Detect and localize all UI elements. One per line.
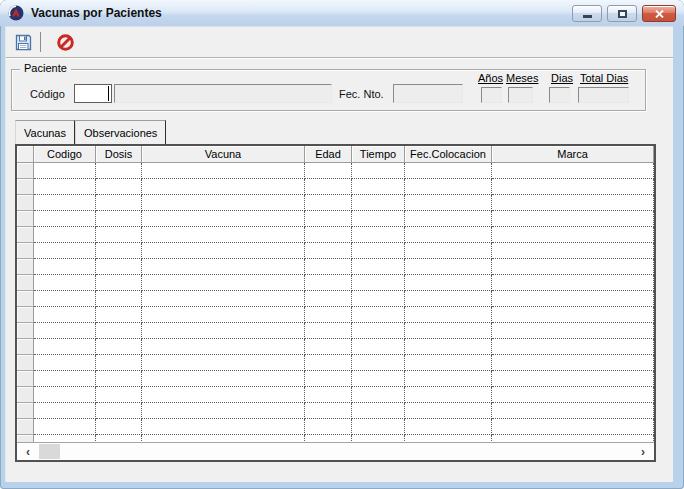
grid-cell[interactable] [142,291,305,307]
grid-cell[interactable] [142,387,305,403]
grid-cell[interactable] [305,419,352,435]
grid-cell[interactable] [142,259,305,275]
grid-cell[interactable] [96,371,142,387]
grid-cell[interactable] [352,323,405,339]
grid-cell[interactable] [142,371,305,387]
grid-cell[interactable] [305,227,352,243]
grid-cell[interactable] [305,323,352,339]
grid-cell[interactable] [352,275,405,291]
grid-cell[interactable] [34,291,96,307]
grid-cell[interactable] [405,403,492,419]
grid-cell[interactable] [352,355,405,371]
grid-cell[interactable] [352,179,405,195]
grid-cell[interactable] [492,323,654,339]
grid-cell[interactable] [96,243,142,259]
row-selector-cell[interactable] [17,307,34,323]
grid-cell[interactable] [142,355,305,371]
grid-cell[interactable] [492,307,654,323]
grid-cell[interactable] [352,211,405,227]
grid-cell[interactable] [352,243,405,259]
grid-cell[interactable] [34,371,96,387]
grid-cell[interactable] [305,291,352,307]
row-selector-cell[interactable] [17,163,34,179]
scrollbar-thumb[interactable] [39,444,60,459]
grid-cell[interactable] [492,419,654,435]
grid-cell[interactable] [405,227,492,243]
grid-cell[interactable] [34,323,96,339]
grid-cell[interactable] [34,227,96,243]
grid-cell[interactable] [405,419,492,435]
minimize-button[interactable] [572,5,602,22]
grid-cell[interactable] [96,403,142,419]
row-selector-cell[interactable] [17,371,34,387]
row-selector-cell[interactable] [17,259,34,275]
grid-cell[interactable] [352,163,405,179]
grid-cell[interactable] [305,307,352,323]
grid-cell[interactable] [96,419,142,435]
grid-cell[interactable] [305,403,352,419]
row-selector-header[interactable] [17,146,34,163]
grid-cell[interactable] [352,371,405,387]
grid-cell[interactable] [352,339,405,355]
grid-cell[interactable] [352,195,405,211]
tab-vacunas[interactable]: Vacunas [15,120,75,144]
grid-cell[interactable] [492,387,654,403]
grid-cell[interactable] [492,339,654,355]
grid-cell[interactable] [352,419,405,435]
grid-cell[interactable] [96,307,142,323]
grid-cell[interactable] [405,163,492,179]
grid-cell[interactable] [405,307,492,323]
grid-cell[interactable] [142,179,305,195]
title-bar[interactable]: Vacunas por Pacientes [0,0,684,26]
grid-cell[interactable] [492,163,654,179]
grid-cell[interactable] [34,243,96,259]
grid-cell[interactable] [142,211,305,227]
grid-cell[interactable] [305,275,352,291]
maximize-button[interactable] [607,5,637,22]
column-header-fec-colocacion[interactable]: Fec.Colocacion [405,146,492,163]
grid-cell[interactable] [305,163,352,179]
grid-cell[interactable] [405,371,492,387]
grid-cell[interactable] [142,243,305,259]
grid-cell[interactable] [405,275,492,291]
grid-cell[interactable] [305,371,352,387]
grid-cell[interactable] [492,355,654,371]
grid-cell[interactable] [305,211,352,227]
grid-cell[interactable] [352,291,405,307]
grid-cell[interactable] [405,435,492,442]
grid-cell[interactable] [492,195,654,211]
grid-cell[interactable] [142,227,305,243]
grid-cell[interactable] [305,387,352,403]
grid-cell[interactable] [142,275,305,291]
grid-cell[interactable] [142,323,305,339]
grid-cell[interactable] [405,195,492,211]
grid-cell[interactable] [405,179,492,195]
grid-cell[interactable] [305,339,352,355]
grid-cell[interactable] [142,403,305,419]
grid-cell[interactable] [492,291,654,307]
grid-cell[interactable] [96,259,142,275]
save-floppy-icon[interactable] [15,34,32,51]
row-selector-cell[interactable] [17,355,34,371]
grid-cell[interactable] [305,195,352,211]
grid-cell[interactable] [405,291,492,307]
grid-cell[interactable] [96,275,142,291]
grid-cell[interactable] [405,259,492,275]
grid-cell[interactable] [142,339,305,355]
grid-cell[interactable] [34,259,96,275]
grid-cell[interactable] [305,435,352,442]
grid-cell[interactable] [305,259,352,275]
grid-cell[interactable] [492,211,654,227]
prohibition-icon[interactable] [57,34,74,51]
row-selector-cell[interactable] [17,291,34,307]
row-selector-cell[interactable] [17,387,34,403]
column-header-dosis[interactable]: Dosis [96,146,142,163]
codigo-input[interactable] [74,84,112,103]
grid-cell[interactable] [405,355,492,371]
grid-cell[interactable] [96,339,142,355]
grid-cell[interactable] [305,179,352,195]
column-header-edad[interactable]: Edad [305,146,352,163]
scroll-left-icon[interactable]: ‹ [21,443,35,460]
grid-cell[interactable] [34,179,96,195]
column-header-vacuna[interactable]: Vacuna [142,146,305,163]
